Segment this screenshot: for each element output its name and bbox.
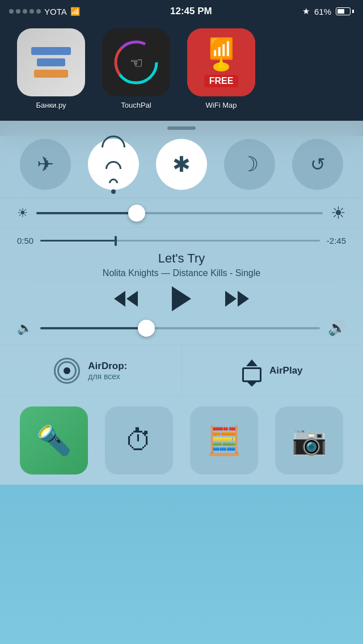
calculator-icon: 🧮: [206, 424, 242, 457]
brightness-thumb[interactable]: [128, 205, 145, 222]
media-progress-row: 0:50 -2:45: [17, 236, 346, 245]
app-item-wifimap[interactable]: 📶 FREE WiFi Map: [187, 28, 255, 109]
touchpal-label: TouchPal: [121, 101, 151, 109]
volume-high-icon: 🔊: [328, 319, 346, 337]
airplay-triangle: [246, 359, 258, 366]
clock-icon: ⏱: [125, 424, 153, 457]
airplane-icon: ✈: [37, 152, 54, 176]
calculator-button[interactable]: 🧮: [190, 406, 258, 474]
app-item-touchpal[interactable]: ☜ TouchPal: [102, 28, 170, 109]
moon-icon: ☽: [240, 152, 259, 176]
airplane-mode-button[interactable]: ✈: [20, 139, 71, 190]
status-wifi-icon: 📶: [70, 7, 80, 16]
media-controls: [17, 286, 346, 311]
media-progress-fill: [40, 240, 116, 242]
dot-3: [23, 9, 27, 14]
dot-4: [29, 9, 34, 14]
airplay-icon: [242, 359, 261, 382]
airdrop-button[interactable]: AirDrop: для всех: [0, 345, 182, 396]
flashlight-button[interactable]: 🔦: [20, 406, 88, 474]
wifi-arc-large: [96, 130, 130, 164]
airdrop-icon: [54, 358, 80, 384]
airplay-button[interactable]: AirPlay: [182, 345, 364, 396]
bluetooth-toggle-button[interactable]: ✱: [156, 139, 207, 190]
camera-button[interactable]: 📷: [275, 406, 343, 474]
bluetooth-icon: ✱: [172, 152, 191, 177]
battery-percentage: 61%: [314, 7, 331, 16]
camera-icon: 📷: [292, 424, 327, 457]
volume-fill: [40, 327, 146, 329]
dot-1: [9, 9, 14, 14]
battery-icon: [336, 7, 354, 15]
media-player: 0:50 -2:45 Let's Try Nolita Knights — Di…: [0, 228, 363, 345]
banki-label: Банки.ру: [36, 101, 66, 109]
wifi-icon: [102, 135, 125, 194]
touchpal-svg: ☜: [113, 40, 159, 85]
wifi-toggle-button[interactable]: [88, 139, 139, 190]
media-progress-track[interactable]: [40, 240, 320, 242]
banki-bar-1: [31, 47, 71, 55]
wifimap-svg: 📶 FREE: [187, 28, 255, 96]
banki-icon: [17, 28, 85, 96]
share-row: AirDrop: для всех AirPlay: [0, 345, 363, 396]
rewind-button[interactable]: [114, 291, 138, 307]
banki-bar-3: [34, 70, 68, 78]
volume-row: 🔈 🔊: [17, 319, 346, 337]
tools-row: 🔦 ⏱ 🧮 📷: [0, 396, 363, 485]
clock-button[interactable]: ⏱: [105, 406, 173, 474]
fastforward-icon: [225, 291, 249, 307]
dot-5: [36, 9, 41, 14]
play-icon: [172, 286, 191, 311]
media-subtitle: Nolita Knights — Distance Kills - Single: [17, 268, 346, 278]
status-right: ★ 61%: [302, 6, 354, 16]
wifi-arc-small: [107, 176, 120, 189]
play-button[interactable]: [172, 286, 191, 311]
media-progress-thumb[interactable]: [115, 236, 117, 246]
brightness-high-icon: ☀: [331, 203, 346, 223]
airdrop-sublabel: для всех: [88, 372, 127, 381]
volume-thumb[interactable]: [138, 320, 155, 337]
status-time: 12:45 PM: [170, 6, 212, 17]
dot-2: [16, 9, 20, 14]
brightness-fill: [36, 212, 137, 214]
rotation-icon: ↺: [310, 154, 326, 175]
brightness-track[interactable]: [36, 212, 323, 214]
airplay-monitor: [242, 367, 261, 382]
banki-bar-2: [37, 58, 65, 66]
control-center: ✈ ✱ ☽ ↺ ☀ ☀: [0, 121, 363, 485]
flashlight-icon: 🔦: [36, 424, 71, 457]
volume-low-icon: 🔈: [17, 321, 32, 336]
app-row: Банки.ру ☜ TouchPal 📶 FREE WiFi Map: [0, 23, 363, 121]
do-not-disturb-button[interactable]: ☽: [224, 139, 275, 190]
wifimap-label: WiFi Map: [206, 101, 237, 109]
svg-text:FREE: FREE: [209, 76, 234, 86]
media-remaining: -2:45: [327, 236, 346, 245]
status-bar: YOTA 📶 12:45 PM ★ 61%: [0, 0, 363, 23]
wifi-arc-medium: [102, 158, 125, 180]
airdrop-circle-inner: [57, 361, 77, 380]
wifimap-icon: 📶 FREE: [187, 28, 255, 96]
svg-text:☜: ☜: [130, 54, 143, 71]
touchpal-icon: ☜: [102, 28, 170, 96]
app-item-banki[interactable]: Банки.ру: [17, 28, 85, 109]
signal-dots: [9, 9, 41, 14]
bluetooth-icon: ★: [302, 6, 310, 16]
airdrop-label: AirDrop:: [88, 361, 127, 372]
wifi-dot: [111, 189, 116, 194]
airdrop-text: AirDrop: для всех: [88, 361, 127, 381]
brightness-low-icon: ☀: [17, 206, 28, 221]
cc-handle-bar: [167, 126, 196, 130]
carrier-label: YOTA: [44, 7, 67, 16]
brightness-slider-row: ☀ ☀: [0, 198, 363, 228]
rotation-lock-button[interactable]: ↺: [292, 139, 343, 190]
fastforward-button[interactable]: [225, 291, 249, 307]
volume-track[interactable]: [40, 327, 320, 329]
media-title: Let's Try: [17, 251, 346, 266]
status-left: YOTA 📶: [9, 7, 80, 16]
media-elapsed: 0:50: [17, 236, 33, 245]
cc-toggles: ✈ ✱ ☽ ↺: [0, 133, 363, 198]
rewind-icon: [114, 291, 138, 307]
cc-handle[interactable]: [0, 121, 363, 133]
airplay-label: AirPlay: [269, 365, 303, 376]
